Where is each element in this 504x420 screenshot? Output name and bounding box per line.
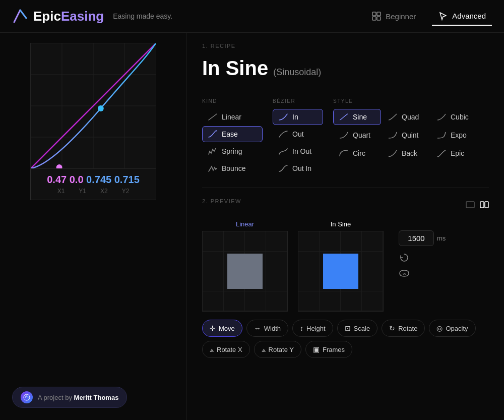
kind-spring-button[interactable]: Spring — [202, 143, 263, 159]
easing-animated-box — [323, 254, 358, 289]
svg-rect-4 — [372, 17, 376, 20]
ms-input: ms — [399, 230, 446, 246]
style-quart-button[interactable]: Quart — [333, 127, 381, 143]
svg-line-15 — [209, 114, 217, 120]
easing-preview-area — [298, 231, 384, 312]
anim-frames-button[interactable]: ▣ Frames — [305, 341, 352, 358]
anim-height-button[interactable]: ↕ Height — [292, 320, 333, 337]
bounce-icon — [208, 164, 218, 172]
style-expo-button[interactable]: Expo — [431, 127, 479, 143]
rotate-x-icon: ⟁ — [210, 345, 214, 353]
loop-icon: ∞ — [399, 269, 410, 277]
cubic-style-icon — [436, 113, 447, 121]
recipe-subtitle: (Sinusoidal) — [273, 67, 321, 78]
style-cubic-button[interactable]: Cubic — [431, 109, 479, 125]
anim-move-button[interactable]: ✛ Move — [202, 320, 242, 337]
nav-advanced-button[interactable]: Advanced — [432, 7, 492, 26]
bezier-x1: 0.47 — [47, 174, 67, 185]
anim-opacity-button[interactable]: ◎ Opacity — [429, 320, 475, 337]
spring-icon — [208, 147, 218, 155]
svg-line-22 — [27, 396, 28, 398]
grid-icon — [371, 11, 382, 21]
preview-content: Linear In Sine — [202, 220, 489, 312]
anim-rotate-x-button[interactable]: ⟁ Rotate X — [202, 341, 250, 358]
credit-avatar — [21, 391, 33, 403]
anim-rotate-button[interactable]: ↻ Rotate — [382, 320, 425, 337]
in-icon — [278, 113, 288, 121]
linear-preview-label: Linear — [236, 220, 254, 228]
svg-rect-18 — [485, 202, 488, 208]
preview-section: 2. PREVIEW — [202, 198, 489, 358]
logo-area: EpicEasing Easing made easy. — [12, 8, 172, 24]
style-col-label: STYLE — [333, 98, 479, 104]
svg-rect-3 — [377, 12, 381, 16]
kind-label: KIND — [202, 98, 263, 104]
svg-rect-5 — [377, 17, 381, 20]
kind-bounce-button[interactable]: Bounce — [202, 160, 263, 176]
height-icon: ↕ — [300, 324, 303, 332]
svg-point-20 — [24, 394, 30, 400]
scale-icon: ⊡ — [345, 324, 351, 332]
nav-advanced-label: Advanced — [452, 12, 486, 20]
expo-style-icon — [436, 131, 447, 139]
circ-style-icon — [339, 149, 349, 157]
preview-right-controls: ms ∞ — [399, 220, 446, 277]
refresh-icon — [399, 252, 410, 263]
header: EpicEasing Easing made easy. Beginner Ad… — [0, 0, 504, 33]
bezier-inout-button[interactable]: In Out — [273, 143, 323, 159]
easing-preview-label: In Sine — [331, 220, 351, 228]
sine-style-icon — [339, 113, 349, 121]
refresh-button[interactable] — [399, 252, 446, 263]
preview-split-icon-button[interactable] — [480, 200, 489, 211]
style-quint-button[interactable]: Quint — [382, 127, 430, 143]
bezier-labels: X1 Y1 X2 Y2 — [57, 188, 130, 195]
preview-header: 2. PREVIEW — [202, 198, 489, 212]
svg-rect-17 — [480, 202, 484, 208]
nav-area: Beginner Advanced — [365, 7, 492, 26]
svg-point-14 — [56, 164, 62, 168]
bezier-y1: 0.0 — [70, 174, 84, 185]
svg-rect-2 — [372, 12, 376, 16]
svg-point-13 — [98, 105, 104, 111]
bezier-values-numbers: 0.47 0.0 0.745 0.715 — [47, 174, 140, 186]
bezier-out-button[interactable]: Out — [273, 126, 323, 142]
epic-style-icon — [436, 149, 447, 157]
preview-section-label: 2. PREVIEW — [202, 198, 241, 204]
kind-ease-button[interactable]: Ease — [202, 126, 263, 142]
left-panel: 0.47 0.0 0.745 0.715 X1 Y1 X2 Y2 — [0, 33, 186, 420]
loop-button[interactable]: ∞ — [399, 269, 446, 277]
nav-beginner-button[interactable]: Beginner — [365, 7, 422, 25]
bezier-y2: 0.715 — [114, 174, 140, 185]
style-quad-button[interactable]: Quad — [382, 109, 430, 125]
label-y1: Y1 — [79, 188, 86, 195]
ease-icon — [208, 130, 218, 138]
single-view-icon — [466, 201, 475, 208]
quart-style-icon — [339, 131, 349, 139]
cursor-icon — [438, 11, 448, 21]
bezier-outin-button[interactable]: Out In — [273, 160, 323, 176]
label-x2: X2 — [100, 188, 108, 195]
style-grid: Sine Quad Cubic Quart — [333, 109, 479, 162]
style-sine-button[interactable]: Sine — [333, 109, 381, 125]
ms-value-input[interactable] — [399, 230, 434, 246]
svg-line-0 — [14, 10, 20, 22]
preview-single-icon-button[interactable] — [466, 200, 475, 211]
kind-linear-button[interactable]: Linear — [202, 109, 263, 125]
anim-width-button[interactable]: ↔ Width — [246, 320, 288, 337]
quad-style-icon — [388, 113, 398, 121]
style-epic-button[interactable]: Epic — [431, 145, 479, 161]
preview-icons — [466, 200, 489, 211]
curve-canvas — [30, 43, 156, 169]
anim-scale-button[interactable]: ⊡ Scale — [337, 320, 378, 337]
bezier-in-button[interactable]: In — [273, 109, 323, 125]
anim-rotate-y-button[interactable]: ⟁ Rotate Y — [254, 341, 301, 358]
style-back-button[interactable]: Back — [382, 145, 430, 161]
style-circ-button[interactable]: Circ — [333, 145, 381, 161]
svg-text:∞: ∞ — [403, 271, 406, 276]
outin-icon — [278, 164, 288, 172]
label-y2: Y2 — [122, 188, 130, 195]
recipe-section: 1. RECIPE In Sine (Sinusoidal) KIND Line… — [202, 43, 489, 177]
preview-boxes: Linear In Sine — [202, 220, 384, 312]
linear-icon — [208, 113, 218, 121]
kind-col: KIND Linear Ease Spring — [202, 98, 273, 177]
